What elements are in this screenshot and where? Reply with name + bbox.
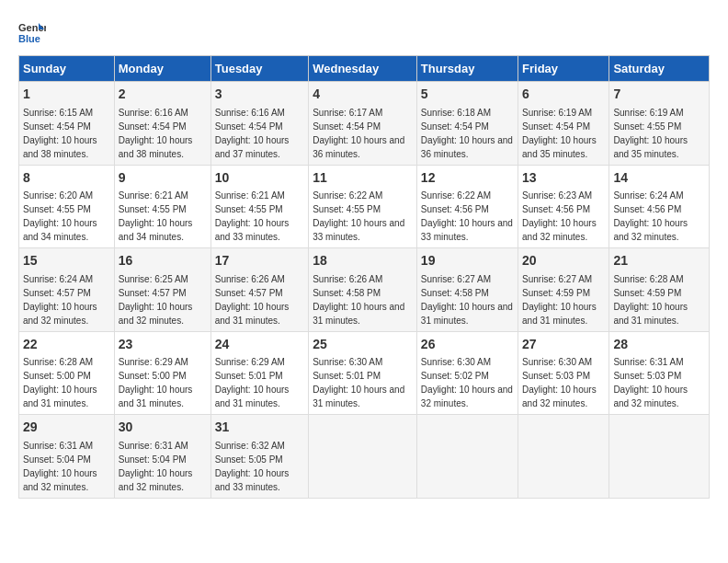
calendar-cell: 19Sunrise: 6:27 AMSunset: 4:58 PMDayligh… (416, 248, 518, 332)
day-info: Sunrise: 6:32 AMSunset: 5:05 PMDaylight:… (215, 441, 290, 492)
day-info: Sunrise: 6:23 AMSunset: 4:56 PMDaylight:… (522, 190, 597, 242)
day-info: Sunrise: 6:18 AMSunset: 4:54 PMDaylight:… (421, 108, 513, 159)
calendar-cell: 31Sunrise: 6:32 AMSunset: 5:05 PMDayligh… (210, 415, 308, 499)
day-info: Sunrise: 6:29 AMSunset: 5:01 PMDaylight:… (215, 357, 290, 408)
day-number: 18 (313, 252, 413, 270)
day-info: Sunrise: 6:21 AMSunset: 4:55 PMDaylight:… (215, 190, 290, 242)
calendar-week-row: 22Sunrise: 6:28 AMSunset: 5:00 PMDayligh… (19, 331, 710, 415)
day-number: 2 (119, 86, 207, 104)
day-number: 7 (613, 86, 705, 104)
day-info: Sunrise: 6:31 AMSunset: 5:04 PMDaylight:… (119, 441, 193, 492)
day-info: Sunrise: 6:26 AMSunset: 4:57 PMDaylight:… (215, 274, 290, 326)
day-info: Sunrise: 6:30 AMSunset: 5:02 PMDaylight:… (421, 357, 513, 408)
calendar-week-row: 1Sunrise: 6:15 AMSunset: 4:54 PMDaylight… (19, 82, 710, 166)
day-info: Sunrise: 6:22 AMSunset: 4:56 PMDaylight:… (421, 190, 513, 242)
day-number: 22 (23, 336, 110, 354)
day-number: 3 (215, 86, 304, 104)
day-info: Sunrise: 6:24 AMSunset: 4:57 PMDaylight:… (23, 274, 97, 326)
calendar-cell: 15Sunrise: 6:24 AMSunset: 4:57 PMDayligh… (19, 248, 115, 332)
calendar-cell: 17Sunrise: 6:26 AMSunset: 4:57 PMDayligh… (210, 248, 308, 332)
column-header-thursday: Thursday (416, 56, 518, 82)
day-number: 15 (23, 252, 110, 270)
logo: General Blue (18, 18, 50, 46)
calendar-cell: 14Sunrise: 6:24 AMSunset: 4:56 PMDayligh… (609, 165, 710, 248)
day-number: 13 (522, 169, 605, 188)
calendar-week-row: 8Sunrise: 6:20 AMSunset: 4:55 PMDaylight… (19, 165, 710, 248)
day-number: 16 (119, 252, 207, 270)
day-number: 21 (613, 252, 705, 270)
calendar-cell: 16Sunrise: 6:25 AMSunset: 4:57 PMDayligh… (114, 248, 210, 332)
calendar-cell: 20Sunrise: 6:27 AMSunset: 4:59 PMDayligh… (518, 248, 609, 332)
day-info: Sunrise: 6:22 AMSunset: 4:55 PMDaylight:… (313, 190, 404, 242)
day-number: 28 (613, 336, 705, 354)
calendar-cell: 3Sunrise: 6:16 AMSunset: 4:54 PMDaylight… (210, 82, 308, 166)
day-info: Sunrise: 6:21 AMSunset: 4:55 PMDaylight:… (119, 190, 193, 242)
day-number: 11 (313, 169, 413, 188)
calendar-cell: 18Sunrise: 6:26 AMSunset: 4:58 PMDayligh… (309, 248, 417, 332)
column-header-wednesday: Wednesday (309, 56, 417, 82)
day-number: 27 (522, 336, 605, 354)
day-number: 17 (215, 252, 304, 270)
day-info: Sunrise: 6:16 AMSunset: 4:54 PMDaylight:… (119, 108, 193, 159)
calendar-cell (518, 415, 609, 499)
day-info: Sunrise: 6:30 AMSunset: 5:03 PMDaylight:… (522, 357, 597, 408)
day-number: 29 (23, 419, 110, 437)
column-header-tuesday: Tuesday (210, 56, 308, 82)
day-info: Sunrise: 6:25 AMSunset: 4:57 PMDaylight:… (119, 274, 193, 326)
day-number: 1 (23, 86, 110, 104)
day-info: Sunrise: 6:28 AMSunset: 5:00 PMDaylight:… (23, 357, 97, 408)
calendar-cell (416, 415, 518, 499)
column-header-friday: Friday (518, 56, 609, 82)
day-info: Sunrise: 6:31 AMSunset: 5:04 PMDaylight:… (23, 441, 97, 492)
day-number: 30 (119, 419, 207, 437)
day-info: Sunrise: 6:15 AMSunset: 4:54 PMDaylight:… (23, 108, 97, 159)
calendar-cell: 10Sunrise: 6:21 AMSunset: 4:55 PMDayligh… (210, 165, 308, 248)
day-number: 12 (421, 169, 514, 188)
calendar-cell: 4Sunrise: 6:17 AMSunset: 4:54 PMDaylight… (309, 82, 417, 166)
day-number: 31 (215, 419, 304, 437)
calendar-cell: 24Sunrise: 6:29 AMSunset: 5:01 PMDayligh… (210, 331, 308, 415)
day-number: 25 (313, 336, 413, 354)
day-info: Sunrise: 6:29 AMSunset: 5:00 PMDaylight:… (119, 357, 193, 408)
day-info: Sunrise: 6:19 AMSunset: 4:55 PMDaylight:… (613, 108, 688, 159)
calendar-week-row: 15Sunrise: 6:24 AMSunset: 4:57 PMDayligh… (19, 248, 710, 332)
day-info: Sunrise: 6:28 AMSunset: 4:59 PMDaylight:… (613, 274, 688, 326)
calendar-table: SundayMondayTuesdayWednesdayThursdayFrid… (18, 55, 710, 499)
calendar-cell: 26Sunrise: 6:30 AMSunset: 5:02 PMDayligh… (416, 331, 518, 415)
calendar-cell: 25Sunrise: 6:30 AMSunset: 5:01 PMDayligh… (309, 331, 417, 415)
day-number: 19 (421, 252, 514, 270)
day-number: 24 (215, 336, 304, 354)
calendar-cell (609, 415, 710, 499)
day-number: 9 (119, 169, 207, 188)
calendar-cell: 12Sunrise: 6:22 AMSunset: 4:56 PMDayligh… (416, 165, 518, 248)
calendar-cell: 27Sunrise: 6:30 AMSunset: 5:03 PMDayligh… (518, 331, 609, 415)
day-number: 20 (522, 252, 605, 270)
day-number: 10 (215, 169, 304, 188)
svg-text:Blue: Blue (18, 33, 40, 44)
calendar-cell: 11Sunrise: 6:22 AMSunset: 4:55 PMDayligh… (309, 165, 417, 248)
calendar-cell: 6Sunrise: 6:19 AMSunset: 4:54 PMDaylight… (518, 82, 609, 166)
day-info: Sunrise: 6:26 AMSunset: 4:58 PMDaylight:… (313, 274, 404, 326)
column-header-sunday: Sunday (19, 56, 115, 82)
calendar-cell: 30Sunrise: 6:31 AMSunset: 5:04 PMDayligh… (114, 415, 210, 499)
calendar-cell: 1Sunrise: 6:15 AMSunset: 4:54 PMDaylight… (19, 82, 115, 166)
day-number: 8 (23, 169, 110, 188)
day-info: Sunrise: 6:27 AMSunset: 4:59 PMDaylight:… (522, 274, 597, 326)
day-info: Sunrise: 6:17 AMSunset: 4:54 PMDaylight:… (313, 108, 404, 159)
day-info: Sunrise: 6:20 AMSunset: 4:55 PMDaylight:… (23, 190, 97, 242)
calendar-cell (309, 415, 417, 499)
day-number: 26 (421, 336, 514, 354)
day-info: Sunrise: 6:24 AMSunset: 4:56 PMDaylight:… (613, 190, 688, 242)
day-number: 4 (313, 86, 413, 104)
calendar-cell: 13Sunrise: 6:23 AMSunset: 4:56 PMDayligh… (518, 165, 609, 248)
day-number: 6 (522, 86, 605, 104)
calendar-cell: 29Sunrise: 6:31 AMSunset: 5:04 PMDayligh… (19, 415, 115, 499)
calendar-cell: 28Sunrise: 6:31 AMSunset: 5:03 PMDayligh… (609, 331, 710, 415)
day-info: Sunrise: 6:19 AMSunset: 4:54 PMDaylight:… (522, 108, 597, 159)
calendar-cell: 9Sunrise: 6:21 AMSunset: 4:55 PMDaylight… (114, 165, 210, 248)
calendar-cell: 2Sunrise: 6:16 AMSunset: 4:54 PMDaylight… (114, 82, 210, 166)
day-number: 23 (119, 336, 207, 354)
calendar-cell: 22Sunrise: 6:28 AMSunset: 5:00 PMDayligh… (19, 331, 115, 415)
column-header-monday: Monday (114, 56, 210, 82)
calendar-cell: 5Sunrise: 6:18 AMSunset: 4:54 PMDaylight… (416, 82, 518, 166)
